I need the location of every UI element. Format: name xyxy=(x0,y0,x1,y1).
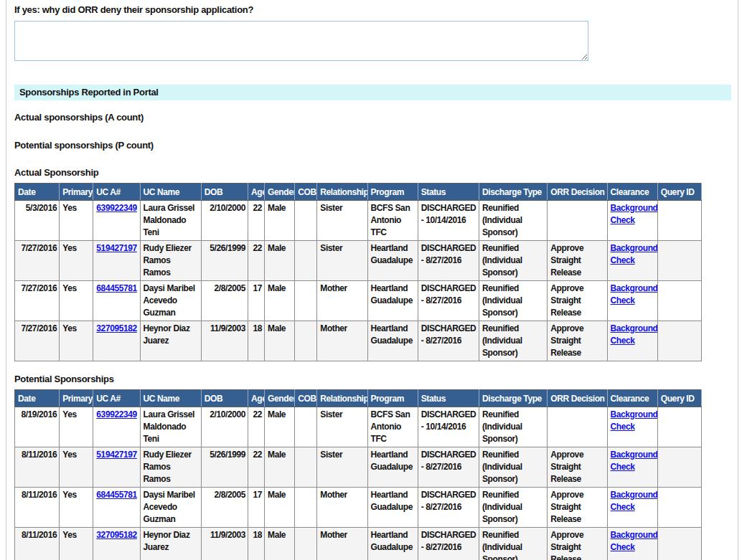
uc-a-number-link[interactable]: 327095182 xyxy=(96,323,136,333)
date-cell: 8/11/2016 xyxy=(15,488,60,528)
query-id-cell xyxy=(657,407,701,447)
col-header-orr-decision: ORR Decision xyxy=(548,390,607,407)
status-cell: DISCHARGED - 8/27/2016 xyxy=(418,447,479,488)
discharge-type-cell: Reunified (Individual Sponsor) xyxy=(479,201,547,241)
col-header-date: Date xyxy=(15,184,60,201)
query-id-cell xyxy=(657,241,701,281)
uc-a-number-cell: 519427197 xyxy=(93,447,140,488)
relationship-cell: Mother xyxy=(317,488,367,528)
clearance-link[interactable]: Background Check xyxy=(611,490,658,512)
gender-cell: Male xyxy=(265,241,295,281)
uc-a-number-cell: 684455781 xyxy=(93,281,140,321)
uc-a-number-link[interactable]: 519427197 xyxy=(96,450,136,460)
clearance-cell: Background Check xyxy=(607,201,657,241)
page-right-border xyxy=(738,0,738,560)
table-row: 7/27/2016Yes327095182Heynor Diaz Juarez1… xyxy=(15,321,702,361)
dob-cell: 5/26/1999 xyxy=(201,447,248,488)
cob-cell xyxy=(295,241,317,281)
uc-a-number-link[interactable]: 639922349 xyxy=(96,409,136,419)
gender-cell: Male xyxy=(265,321,295,361)
clearance-link[interactable]: Background Check xyxy=(611,283,658,305)
uc-a-number-cell: 684455781 xyxy=(93,488,140,528)
primary-cell: Yes xyxy=(60,241,93,281)
uc-a-number-link[interactable]: 519427197 xyxy=(96,243,136,253)
program-cell: Heartland Guadalupe xyxy=(367,447,418,488)
relationship-cell: Mother xyxy=(317,528,367,560)
cob-cell xyxy=(295,201,317,241)
relationship-cell: Sister xyxy=(317,447,367,488)
uc-a-number-cell: 519427197 xyxy=(93,241,140,281)
primary-cell: Yes xyxy=(60,447,93,488)
primary-cell: Yes xyxy=(60,321,93,361)
discharge-type-cell: Reunified (Individual Sponsor) xyxy=(479,321,547,361)
table-row: 8/19/2016Yes639922349Laura Grissel Maldo… xyxy=(15,407,702,447)
clearance-link[interactable]: Background Check xyxy=(611,530,658,552)
actual-sponsorship-table-title: Actual Sponsorship xyxy=(14,167,731,178)
discharge-type-cell: Reunified (Individual Sponsor) xyxy=(479,488,547,528)
clearance-link[interactable]: Background Check xyxy=(611,323,658,346)
program-cell: Heartland Guadalupe xyxy=(367,321,418,361)
col-header-query-id: Query ID xyxy=(657,184,701,201)
col-header-clearance: Clearance xyxy=(607,184,657,201)
uc-a-number-link[interactable]: 684455781 xyxy=(96,490,136,500)
clearance-cell: Background Check xyxy=(607,321,657,361)
query-id-cell xyxy=(657,528,701,560)
clearance-link[interactable]: Background Check xyxy=(611,409,658,432)
uc-a-number-cell: 327095182 xyxy=(93,321,140,361)
col-header-discharge-type: Discharge Type xyxy=(479,390,547,407)
table-row: 7/27/2016Yes684455781Daysi Maribel Aceve… xyxy=(15,281,702,321)
col-header-clearance: Clearance xyxy=(607,390,657,407)
uc-name-cell: Rudy Eliezer Ramos Ramos xyxy=(140,447,201,488)
dob-cell: 2/8/2005 xyxy=(201,488,248,528)
orr-decision-cell xyxy=(548,407,607,447)
section-header-sponsorships-reported-in-portal: Sponsorships Reported in Portal xyxy=(14,85,731,100)
date-cell: 8/19/2016 xyxy=(15,407,60,447)
col-header-gender: Gender xyxy=(265,184,295,201)
primary-cell: Yes xyxy=(60,201,93,241)
potential-sponsorships-table: DatePrimaryUC A#UC NameDOBAgeGenderCOBRe… xyxy=(14,389,702,560)
table-header-row: DatePrimaryUC A#UC NameDOBAgeGenderCOBRe… xyxy=(15,184,702,201)
uc-name-cell: Rudy Eliezer Ramos Ramos xyxy=(140,241,201,281)
col-header-uc-a-number: UC A# xyxy=(93,184,140,201)
uc-a-number-link[interactable]: 684455781 xyxy=(96,283,136,293)
query-id-cell xyxy=(657,201,701,241)
col-header-discharge-type: Discharge Type xyxy=(479,184,547,201)
col-header-cob: COB xyxy=(295,390,317,407)
clearance-link[interactable]: Background Check xyxy=(611,450,658,472)
col-header-query-id: Query ID xyxy=(657,390,701,407)
uc-a-number-link[interactable]: 639922349 xyxy=(96,203,136,213)
potential-sponsorships-table-title: Potential Sponsorships xyxy=(14,374,731,384)
clearance-link[interactable]: Background Check xyxy=(611,203,658,225)
clearance-cell: Background Check xyxy=(607,241,657,281)
orr-deny-reason-textarea[interactable] xyxy=(14,21,588,61)
date-cell: 7/27/2016 xyxy=(15,321,60,361)
clearance-link[interactable]: Background Check xyxy=(611,243,658,265)
dob-cell: 2/10/2000 xyxy=(201,201,248,241)
uc-a-number-link[interactable]: 327095182 xyxy=(96,530,136,540)
clearance-cell: Background Check xyxy=(607,488,657,528)
age-cell: 17 xyxy=(248,488,265,528)
dob-cell: 2/10/2000 xyxy=(201,407,248,447)
age-cell: 22 xyxy=(248,447,265,488)
page-left-border xyxy=(6,0,6,560)
query-id-cell xyxy=(657,488,701,528)
primary-cell: Yes xyxy=(60,281,93,321)
col-header-uc-a-number: UC A# xyxy=(93,390,140,407)
col-header-primary: Primary xyxy=(60,184,93,201)
cob-cell xyxy=(295,447,317,488)
col-header-gender: Gender xyxy=(265,390,295,407)
relationship-cell: Sister xyxy=(317,407,367,447)
dob-cell: 11/9/2003 xyxy=(201,528,248,560)
age-cell: 18 xyxy=(248,321,265,361)
col-header-cob: COB xyxy=(295,184,317,201)
table-row: 8/11/2016Yes519427197Rudy Eliezer Ramos … xyxy=(15,447,702,488)
program-cell: Heartland Guadalupe xyxy=(367,528,418,560)
discharge-type-cell: Reunified (Individual Sponsor) xyxy=(479,281,547,321)
col-header-program: Program xyxy=(367,184,418,201)
gender-cell: Male xyxy=(265,528,295,560)
age-cell: 18 xyxy=(248,528,265,560)
col-header-dob: DOB xyxy=(201,390,248,407)
orr-decision-cell xyxy=(548,201,607,241)
status-cell: DISCHARGED - 10/14/2016 xyxy=(418,407,479,447)
table-row: 5/3/2016Yes639922349Laura Grissel Maldon… xyxy=(15,201,702,241)
